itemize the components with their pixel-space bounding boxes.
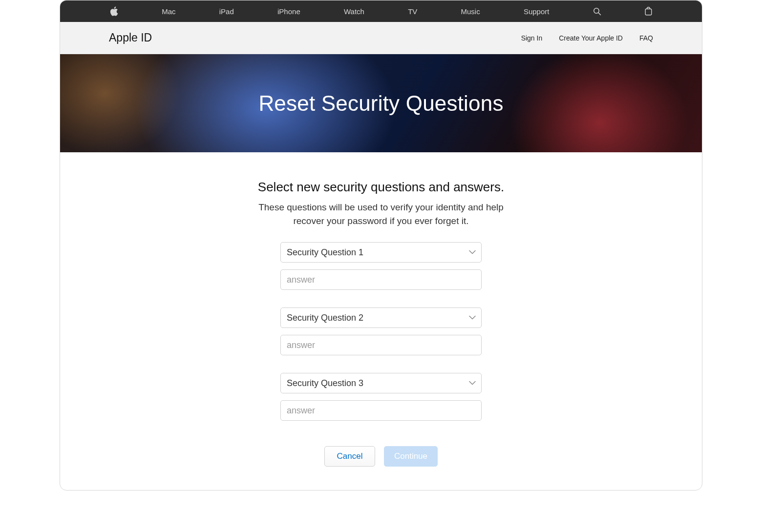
svg-rect-2 [645,9,652,15]
page-title: Reset Security Questions [258,91,503,116]
security-answer-3-input[interactable] [280,400,482,421]
section-description: These questions will be used to verify y… [249,201,513,227]
sub-nav: Apple ID Sign In Create Your Apple ID FA… [60,22,702,54]
security-answer-2-input[interactable] [280,335,482,355]
nav-mac[interactable]: Mac [162,7,175,16]
security-question-1-select[interactable]: Security Question 1 [280,242,482,263]
page-brand-title: Apple ID [109,31,152,44]
security-question-group-2: Security Question 2 [280,307,482,355]
subnav-sign-in[interactable]: Sign In [521,34,543,42]
security-question-3-select[interactable]: Security Question 3 [280,373,482,393]
search-icon[interactable] [593,7,601,16]
subnav-faq[interactable]: FAQ [639,34,653,42]
continue-button[interactable]: Continue [384,446,438,467]
svg-line-1 [598,13,601,15]
cancel-button[interactable]: Cancel [324,446,375,467]
security-question-2-select[interactable]: Security Question 2 [280,307,482,328]
nav-iphone[interactable]: iPhone [277,7,300,16]
nav-support[interactable]: Support [524,7,550,16]
nav-tv[interactable]: TV [408,7,417,16]
apple-logo-icon[interactable] [110,6,118,16]
main-content: Select new security questions and answer… [60,152,702,490]
shopping-bag-icon[interactable] [645,7,652,16]
section-heading: Select new security questions and answer… [258,180,504,195]
subnav-create-apple-id[interactable]: Create Your Apple ID [559,34,623,42]
security-question-group-3: Security Question 3 [280,373,482,421]
security-answer-1-input[interactable] [280,269,482,290]
hero-banner: Reset Security Questions [60,54,702,152]
global-nav: Mac iPad iPhone Watch TV Music Support [60,0,702,22]
nav-watch[interactable]: Watch [344,7,364,16]
nav-music[interactable]: Music [461,7,480,16]
security-question-group-1: Security Question 1 [280,242,482,290]
nav-ipad[interactable]: iPad [219,7,234,16]
